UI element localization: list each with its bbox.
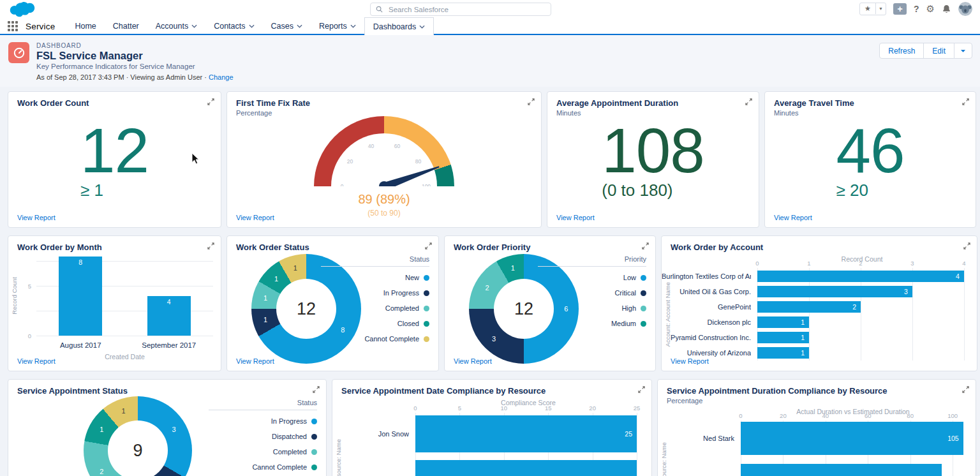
widget-title: Average Travel Time bbox=[774, 98, 854, 108]
donut-total: 12 bbox=[297, 299, 316, 319]
tab-chatter[interactable]: Chatter bbox=[105, 17, 147, 35]
tab-accounts[interactable]: Accounts bbox=[147, 17, 205, 35]
widget-title: Service Appointment Duration Compliance … bbox=[667, 386, 887, 396]
dashboard-actions: RefreshEdit bbox=[879, 43, 972, 59]
bar[interactable]: 8 bbox=[59, 257, 102, 336]
bar[interactable]: 105 bbox=[741, 422, 963, 455]
tab-dashboards[interactable]: Dashboards bbox=[364, 17, 434, 35]
search-icon bbox=[376, 6, 383, 13]
more-actions-button[interactable] bbox=[954, 43, 972, 59]
nav-underline bbox=[0, 34, 980, 35]
legend-item: Critical bbox=[538, 286, 646, 298]
expand-icon[interactable] bbox=[207, 98, 214, 105]
expand-icon[interactable] bbox=[638, 386, 645, 393]
bar[interactable]: 1 bbox=[757, 347, 809, 359]
global-search[interactable] bbox=[370, 3, 551, 16]
legend-item: Cannot Complete bbox=[321, 332, 429, 344]
widget-subtitle: Percentage bbox=[236, 109, 272, 117]
tab-reports[interactable]: Reports bbox=[311, 17, 364, 35]
favorites-star-icon[interactable]: ★ bbox=[860, 3, 876, 14]
widget-sa-date-compliance: Service Appointment Date Compliance by R… bbox=[332, 379, 652, 476]
widget-sa-duration-compliance: Service Appointment Duration Compliance … bbox=[657, 379, 976, 476]
gauge-range: (50 to 90) bbox=[314, 209, 454, 218]
legend-item: Low bbox=[538, 271, 646, 283]
expand-icon[interactable] bbox=[745, 98, 752, 105]
bar[interactable]: 1 bbox=[757, 332, 809, 343]
dashboard-header: DASHBOARD FSL Service Manager Key Perfor… bbox=[0, 35, 980, 87]
bar-chart: 058August 20174September 2017Created Dat… bbox=[8, 236, 221, 371]
expand-icon[interactable] bbox=[528, 98, 535, 105]
bar[interactable]: 25 bbox=[415, 415, 637, 452]
edit-button[interactable]: Edit bbox=[923, 43, 954, 59]
expand-icon[interactable] bbox=[962, 386, 969, 393]
view-report-link[interactable]: View Report bbox=[774, 214, 812, 221]
chevron-down-icon bbox=[191, 24, 197, 28]
search-input[interactable] bbox=[387, 5, 546, 14]
tab-cases[interactable]: Cases bbox=[263, 17, 311, 35]
bar[interactable]: 1 bbox=[757, 316, 809, 328]
view-report-link[interactable]: View Report bbox=[236, 357, 274, 365]
app-name[interactable]: Service bbox=[26, 22, 55, 31]
quick-create-icon[interactable]: + bbox=[893, 3, 907, 15]
global-header: ★ ▼ + ? ⚙ bbox=[0, 0, 980, 17]
bar[interactable]: 2 bbox=[757, 301, 861, 313]
bar[interactable] bbox=[741, 464, 942, 476]
change-link[interactable]: Change bbox=[209, 73, 234, 81]
tab-contacts[interactable]: Contacts bbox=[205, 17, 262, 35]
widget-title: Work Order by Account bbox=[671, 242, 763, 252]
donut-chart: 126321PriorityLowCriticalHighMedium bbox=[445, 236, 655, 371]
chevron-down-icon bbox=[350, 24, 356, 28]
view-report-link[interactable]: View Report bbox=[236, 214, 274, 221]
favorites-control[interactable]: ★ ▼ bbox=[859, 3, 886, 15]
gauge-chart: 020406080100 89 (89%) (50 to 90) bbox=[227, 92, 541, 227]
view-report-link[interactable]: View Report bbox=[17, 214, 56, 221]
mouse-cursor bbox=[191, 152, 200, 165]
bar[interactable]: 4 bbox=[757, 271, 964, 282]
widget-work-order-status: Work Order Status 1281111StatusNewIn Pro… bbox=[226, 235, 439, 371]
donut-chart: 1281111StatusNewIn ProgressCompletedClos… bbox=[227, 236, 438, 371]
dashboard-eyebrow: DASHBOARD bbox=[36, 42, 82, 49]
expand-icon[interactable] bbox=[962, 98, 969, 105]
view-report-link[interactable]: View Report bbox=[671, 357, 709, 365]
legend-item: Cannot Complete bbox=[209, 461, 317, 472]
widget-work-order-priority: Work Order Priority 126321PriorityLowCri… bbox=[444, 235, 656, 371]
widget-avg-appointment-duration: Average Appointment Duration Minutes 108… bbox=[547, 91, 759, 228]
notifications-bell-icon[interactable] bbox=[942, 4, 951, 14]
page-title: FSL Service Manager bbox=[36, 50, 143, 62]
legend-item: High bbox=[538, 302, 646, 313]
view-report-link[interactable]: View Report bbox=[454, 357, 492, 365]
widget-title: Work Order Count bbox=[17, 98, 89, 108]
bar[interactable] bbox=[415, 460, 637, 476]
bar[interactable]: 4 bbox=[147, 296, 191, 336]
app-nav-bar: Service HomeChatterAccountsContactsCases… bbox=[0, 17, 980, 35]
expand-icon[interactable] bbox=[425, 242, 432, 249]
dashboard-description: Key Performance Indicators for Service M… bbox=[36, 63, 195, 70]
expand-icon[interactable] bbox=[207, 242, 214, 249]
widget-title: Service Appointment Status bbox=[17, 386, 128, 396]
widget-title: Work Order Status bbox=[236, 242, 309, 252]
donut-total: 12 bbox=[514, 299, 533, 319]
tab-home[interactable]: Home bbox=[66, 17, 104, 35]
refresh-button[interactable]: Refresh bbox=[879, 43, 924, 59]
legend-item: New bbox=[321, 271, 429, 283]
chart-legend: PriorityLowCriticalHighMedium bbox=[538, 255, 646, 332]
hbar-chart: Record Count01234Burlington Textiles Cor… bbox=[662, 236, 977, 371]
setup-gear-icon[interactable]: ⚙ bbox=[926, 3, 935, 15]
user-avatar[interactable] bbox=[958, 2, 972, 16]
legend-item: Dispatched bbox=[209, 430, 317, 442]
app-launcher-icon[interactable] bbox=[8, 21, 18, 31]
widget-work-order-by-account: Work Order by Account Record Count01234B… bbox=[661, 235, 977, 371]
expand-icon[interactable] bbox=[642, 242, 649, 249]
legend-item: In Progress bbox=[321, 286, 429, 298]
asof-line: As of Sep 28, 2017 3:43 PM · Viewing as … bbox=[36, 73, 234, 81]
widget-title: Average Appointment Duration bbox=[556, 98, 678, 108]
legend-item: Closed bbox=[321, 317, 429, 329]
bar[interactable]: 3 bbox=[757, 286, 912, 297]
view-report-link[interactable]: View Report bbox=[17, 357, 56, 365]
expand-icon[interactable] bbox=[313, 386, 320, 393]
help-icon[interactable]: ? bbox=[914, 4, 919, 14]
view-report-link[interactable]: View Report bbox=[556, 214, 595, 221]
expand-icon[interactable] bbox=[963, 242, 970, 249]
favorites-caret-icon[interactable]: ▼ bbox=[876, 6, 886, 11]
widget-service-appointment-status: Service Appointment Status 932211StatusI… bbox=[8, 379, 327, 476]
